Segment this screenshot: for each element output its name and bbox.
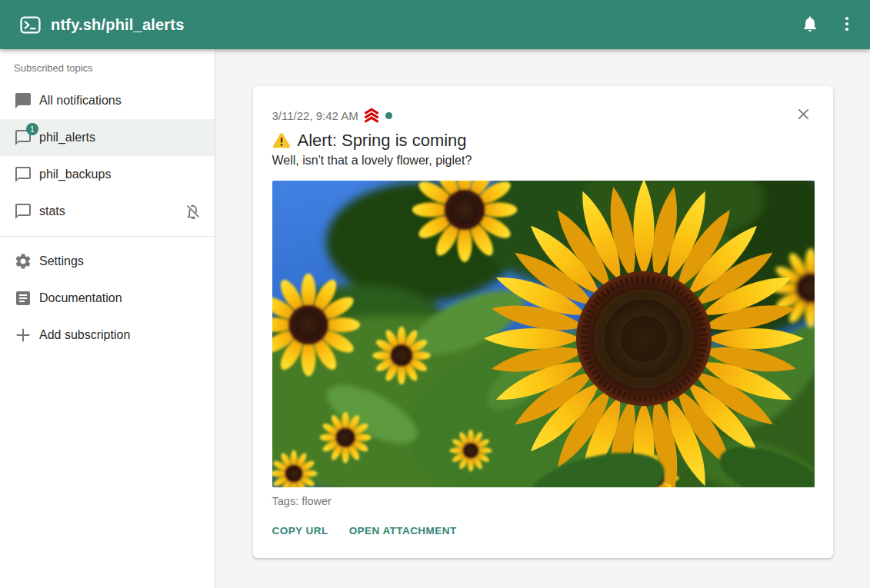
- attachment-image[interactable]: [272, 181, 815, 487]
- sidebar-item-label: Add subscription: [39, 328, 130, 342]
- chat-bubble-filled-icon: [14, 91, 32, 110]
- close-notification-button[interactable]: [793, 105, 815, 126]
- sidebar-item-label: stats: [39, 204, 65, 218]
- sidebar-item-settings[interactable]: Settings: [0, 243, 215, 280]
- main-content: 3/11/22, 9:42 AM: [215, 49, 870, 588]
- notification-card: 3/11/22, 9:42 AM: [253, 86, 833, 558]
- sidebar-item-all-notifications[interactable]: All notifications: [0, 82, 215, 119]
- unread-badge: 1: [26, 123, 38, 135]
- sidebar-item-label: All notifications: [39, 94, 122, 108]
- sidebar: Subscribed topics All notifications 1 ph: [0, 49, 215, 588]
- sidebar-divider: [0, 236, 215, 237]
- sidebar-item-documentation[interactable]: Documentation: [0, 280, 215, 317]
- bell-icon: [801, 15, 819, 35]
- overflow-menu-button[interactable]: [828, 6, 865, 43]
- topic-list: All notifications 1 phil_alerts phil_b: [0, 82, 215, 230]
- sidebar-footer: Settings Documentation Add subscription: [0, 243, 215, 354]
- chat-bubble-outline-icon: [14, 202, 32, 221]
- sidebar-item-stats[interactable]: stats: [0, 193, 215, 230]
- copy-url-button[interactable]: COPY URL: [272, 523, 328, 538]
- page-title: ntfy.sh/phil_alerts: [51, 16, 184, 34]
- notification-title: Alert: Spring is coming: [298, 131, 467, 151]
- document-icon: [14, 289, 32, 307]
- subscribed-topics-label: Subscribed topics: [0, 49, 215, 82]
- notification-message: Well, isn't that a lovely flower, piglet…: [272, 154, 815, 168]
- chat-bubble-outline-icon: 1: [14, 128, 32, 147]
- sidebar-item-add-subscription[interactable]: Add subscription: [0, 317, 215, 354]
- app-bar: ntfy.sh/phil_alerts: [0, 0, 870, 49]
- notification-timestamp: 3/11/22, 9:42 AM: [272, 109, 358, 122]
- sidebar-item-label: Documentation: [39, 291, 122, 305]
- new-indicator-dot: [385, 112, 392, 119]
- sidebar-item-label: phil_backups: [39, 168, 111, 181]
- layout: Subscribed topics All notifications 1 ph: [0, 49, 870, 588]
- notification-title-row: Alert: Spring is coming: [272, 131, 815, 151]
- open-attachment-button[interactable]: OPEN ATTACHMENT: [349, 523, 457, 538]
- sidebar-item-label: phil_alerts: [39, 131, 95, 145]
- terminal-icon[interactable]: [20, 15, 42, 34]
- close-icon: [795, 106, 812, 125]
- ntfy-app: { "header": { "title": "ntfy.sh/phil_ale…: [0, 0, 870, 588]
- warning-icon: [272, 132, 291, 149]
- gear-icon: [14, 252, 32, 271]
- notification-actions: COPY URL OPEN ATTACHMENT: [272, 523, 815, 538]
- sidebar-item-phil-alerts[interactable]: 1 phil_alerts: [0, 119, 215, 156]
- kebab-menu-icon: [838, 15, 856, 35]
- notifications-button[interactable]: [792, 6, 828, 43]
- plus-icon: [14, 326, 32, 344]
- notification-meta-row: 3/11/22, 9:42 AM: [272, 105, 815, 126]
- sidebar-item-label: Settings: [39, 254, 84, 268]
- chat-bubble-outline-icon: [14, 165, 32, 184]
- sidebar-item-phil-backups[interactable]: phil_backups: [0, 156, 215, 193]
- notification-tags: Tags: flower: [272, 495, 815, 507]
- priority-max-icon: [363, 108, 380, 123]
- bell-off-icon: [184, 202, 202, 221]
- sunflower-photo: [272, 181, 815, 487]
